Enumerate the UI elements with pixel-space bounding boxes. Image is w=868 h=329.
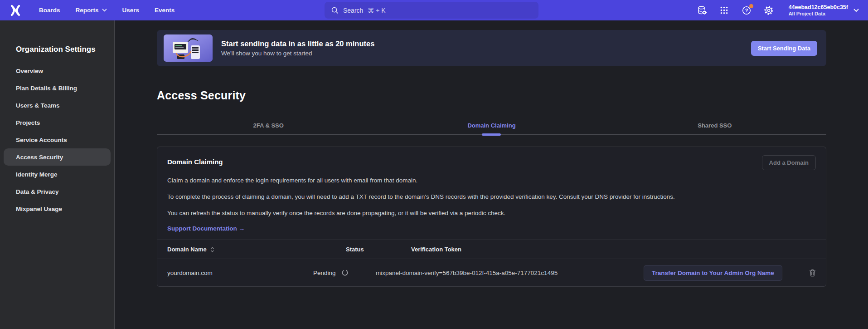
sidebar-list: Overview Plan Details & Billing Users & … bbox=[0, 62, 114, 217]
trash-icon bbox=[809, 269, 816, 277]
refresh-status-icon[interactable] bbox=[341, 269, 349, 276]
primary-nav: Boards Reports Users Events bbox=[39, 7, 175, 14]
domain-table-row: yourdomain.com Pending mixpanel-domain-v… bbox=[157, 259, 826, 286]
start-sending-data-button[interactable]: Start Sending Data bbox=[751, 41, 817, 56]
chevron-down-icon bbox=[102, 9, 107, 12]
svg-text:?: ? bbox=[745, 8, 748, 13]
sidebar-item-overview[interactable]: Overview bbox=[4, 62, 111, 79]
banner-title: Start sending data in as little as 20 mi… bbox=[221, 39, 374, 48]
nav-item-boards[interactable]: Boards bbox=[39, 7, 60, 14]
banner-subtitle: We'll show you how to get started bbox=[221, 50, 374, 57]
nav-item-label: Boards bbox=[39, 7, 60, 14]
mixpanel-logo-icon[interactable] bbox=[10, 5, 21, 16]
access-security-tabs: 2FA & SSO Domain Claiming Shared SSO bbox=[157, 118, 826, 135]
tab-shared-sso[interactable]: Shared SSO bbox=[603, 118, 826, 134]
sidebar-item-projects[interactable]: Projects bbox=[4, 114, 111, 131]
card-title: Domain Claiming bbox=[167, 155, 223, 166]
tab-domain-claiming[interactable]: Domain Claiming bbox=[380, 118, 603, 134]
help-icon[interactable]: ? bbox=[742, 5, 752, 15]
column-header-verification-token: Verification Token bbox=[376, 246, 644, 253]
nav-right-cluster: ? 44eebad12c65eb0c35f All Project Data bbox=[697, 0, 859, 20]
verification-token-cell: mixpanel-domain-verify=567b39be-012f-415… bbox=[376, 270, 644, 276]
sidebar-item-service-accounts[interactable]: Service Accounts bbox=[4, 131, 111, 148]
card-paragraph: To complete the process of claiming a do… bbox=[167, 192, 816, 202]
sidebar-item-mixpanel-usage[interactable]: Mixpanel Usage bbox=[4, 200, 111, 217]
apps-grid-icon[interactable] bbox=[719, 5, 729, 15]
main-content: Start sending data in as little as 20 mi… bbox=[115, 20, 868, 329]
column-header-status: Status bbox=[313, 246, 376, 253]
page-title: Access Security bbox=[157, 89, 826, 102]
sidebar-title: Organization Settings bbox=[16, 45, 114, 54]
nav-item-reports[interactable]: Reports bbox=[76, 7, 107, 14]
nav-item-events[interactable]: Events bbox=[155, 7, 175, 14]
tab-2fa-sso[interactable]: 2FA & SSO bbox=[157, 118, 380, 134]
nav-item-label: Events bbox=[155, 7, 175, 14]
search-shortcut: ⌘ + K bbox=[368, 7, 385, 14]
search-label: Search bbox=[343, 7, 363, 14]
status-badge: Pending bbox=[313, 270, 336, 276]
sidebar-item-users-teams[interactable]: Users & Teams bbox=[4, 97, 111, 114]
transfer-domain-button[interactable]: Transfer Domain to Your Admin Org Name bbox=[644, 265, 782, 281]
support-documentation-link[interactable]: Support Documentation → bbox=[167, 225, 245, 232]
devices-illustration bbox=[164, 34, 213, 62]
top-nav: Boards Reports Users Events Search ⌘ + K bbox=[0, 0, 868, 20]
org-id: 44eebad12c65eb0c35f bbox=[789, 4, 848, 10]
nav-item-label: Users bbox=[122, 7, 140, 14]
sidebar-item-access-security[interactable]: Access Security bbox=[4, 148, 111, 166]
card-paragraph: Claim a domain and enforce the login req… bbox=[167, 176, 816, 186]
domains-table-header: Domain Name Status Verification Token bbox=[157, 240, 826, 259]
add-domain-button[interactable]: Add a Domain bbox=[762, 155, 816, 170]
domain-name-cell: yourdomain.com bbox=[167, 270, 313, 276]
nav-item-users[interactable]: Users bbox=[122, 7, 140, 14]
org-settings-sidebar: Organization Settings Overview Plan Deta… bbox=[0, 20, 115, 329]
notification-badge bbox=[749, 4, 753, 8]
onboarding-banner: Start sending data in as little as 20 mi… bbox=[157, 30, 826, 66]
delete-domain-button[interactable] bbox=[809, 269, 816, 277]
settings-gear-icon[interactable] bbox=[764, 5, 774, 15]
sidebar-item-plan-details-billing[interactable]: Plan Details & Billing bbox=[4, 79, 111, 97]
column-header-domain-name: Domain Name bbox=[167, 246, 207, 253]
card-paragraph: You can refresh the status to manually v… bbox=[167, 208, 816, 218]
search-input[interactable]: Search ⌘ + K bbox=[325, 2, 538, 19]
chevron-down-icon bbox=[853, 9, 859, 12]
project-name: All Project Data bbox=[789, 10, 848, 17]
data-management-icon[interactable] bbox=[697, 5, 707, 15]
sidebar-item-identity-merge[interactable]: Identity Merge bbox=[4, 166, 111, 183]
search-icon bbox=[331, 6, 339, 14]
domain-claiming-card: Domain Claiming Add a Domain Claim a dom… bbox=[157, 147, 826, 287]
sidebar-item-data-privacy[interactable]: Data & Privacy bbox=[4, 183, 111, 200]
sort-icon[interactable] bbox=[210, 246, 214, 253]
nav-item-label: Reports bbox=[76, 7, 99, 14]
account-switcher[interactable]: 44eebad12c65eb0c35f All Project Data bbox=[789, 4, 859, 17]
